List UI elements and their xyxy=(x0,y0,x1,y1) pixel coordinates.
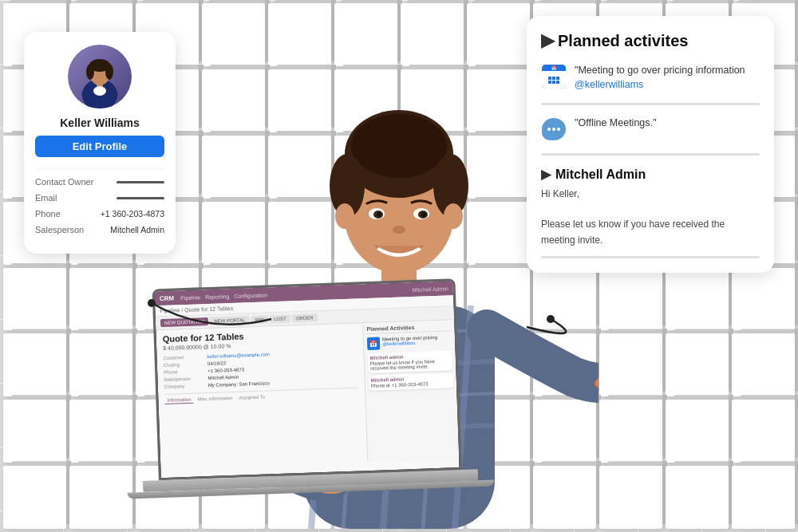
crm-cal-icon: 📅 xyxy=(367,337,381,350)
salesperson-value: Mitchell Admin xyxy=(110,225,164,234)
customer-label: Customer xyxy=(163,354,207,361)
contact-owner-label: Contact Owner xyxy=(35,177,93,187)
tile-83 xyxy=(732,400,795,463)
tile-69 xyxy=(599,333,662,396)
svg-point-28 xyxy=(359,114,439,162)
profile-field-email: Email xyxy=(35,193,164,203)
activity-divider-2 xyxy=(541,153,760,156)
mitchell-divider xyxy=(541,256,760,258)
activity-item-meeting: 📅 "Meeting to go over pricing informatio… xyxy=(541,64,760,92)
activities-title: ▶ Planned activites xyxy=(541,30,760,51)
crm-bottom-tab-other[interactable]: Assigned To xyxy=(236,393,267,401)
tile-61 xyxy=(69,333,132,396)
crm-nav: Pipeline Reporting Configuration xyxy=(180,292,267,301)
mitchell-section: ▶ Mitchell Admin Hi Keller, Please let u… xyxy=(541,167,760,258)
profile-field-phone: Phone +1 360-203-4873 xyxy=(35,209,164,219)
crm-logo: CRM xyxy=(160,294,175,302)
tile-84 xyxy=(3,466,66,529)
activity-offline-text: "Offline Meetings." xyxy=(575,116,656,131)
tile-57 xyxy=(599,268,662,331)
profile-field-contact-owner: Contact Owner xyxy=(35,177,164,187)
tile-5 xyxy=(334,3,397,66)
tile-3 xyxy=(202,3,265,66)
tile-95 xyxy=(732,466,795,529)
svg-point-33 xyxy=(377,212,381,217)
mitchell-greeting: Hi Keller, Please let us know if you hav… xyxy=(541,187,760,248)
tile-85 xyxy=(69,466,132,529)
crm-chat-msg-2: Mitchell admin Phone at +1 360-203-4873 xyxy=(369,372,454,391)
mitchell-arrow-icon: ▶ xyxy=(541,167,551,182)
tile-82 xyxy=(666,400,729,463)
svg-point-37 xyxy=(444,203,463,229)
tile-59 xyxy=(732,268,795,331)
closing-label: Closing xyxy=(164,361,207,368)
salesperson-label-crm: Salesperson xyxy=(164,376,207,382)
crm-activity-1-text: Meeting to go over pricing@kellerwilliam… xyxy=(382,335,437,346)
crm-nav-pipeline[interactable]: Pipeline xyxy=(180,294,200,301)
crm-nav-config[interactable]: Configuration xyxy=(234,292,267,298)
crm-bottom-tab-misc[interactable]: Misc Information xyxy=(195,395,235,404)
tile-81 xyxy=(599,400,662,463)
tile-4 xyxy=(268,3,331,66)
crm-bottom-tabs: Information Misc Information Assigned To xyxy=(164,387,358,404)
email-label: Email xyxy=(35,193,83,203)
svg-point-10 xyxy=(93,86,106,96)
activity-meeting-text: "Meeting to go over pricing information … xyxy=(575,64,745,92)
activities-arrow-icon: ▶ xyxy=(541,30,555,51)
tile-71 xyxy=(732,333,795,396)
tile-7 xyxy=(467,3,530,66)
crm-tab-new-portal[interactable]: NEW PORTAL xyxy=(210,316,249,325)
crm-right-sidebar: Planned Activities 📅 Meeting to go over … xyxy=(362,320,459,462)
crm-user: Mitchell Admin xyxy=(413,286,448,293)
profile-name: Keller Williams xyxy=(35,116,164,129)
tile-58 xyxy=(666,268,729,331)
avatar-image xyxy=(76,51,124,108)
mitchell-name: Mitchell Admin xyxy=(555,167,646,182)
crm-nav-reporting[interactable]: Reporting xyxy=(205,294,230,300)
crm-activity-1: 📅 Meeting to go over pricing@kellerwilli… xyxy=(367,334,452,350)
mitchell-header: ▶ Mitchell Admin xyxy=(541,167,760,182)
crm-quote-fields: Customer keller.williams@example.com Clo… xyxy=(163,349,358,388)
avatar-wrap xyxy=(35,45,164,108)
crm-chat-messages: Mitchell admin Please let us know if you… xyxy=(368,350,454,391)
crm-tab-win[interactable]: WIN xyxy=(251,315,268,324)
crm-tab-new-quotation[interactable]: NEW QUOTATION xyxy=(160,317,209,327)
avatar xyxy=(68,45,132,108)
crm-activities-header: Planned Activities xyxy=(366,323,451,334)
tile-60 xyxy=(3,333,66,396)
phone-value: +1 360-203-4873 xyxy=(101,209,164,219)
svg-point-36 xyxy=(335,203,354,229)
salesperson-label: Salesperson xyxy=(35,225,84,234)
svg-point-35 xyxy=(393,226,405,234)
email-bar xyxy=(117,197,164,199)
tile-6 xyxy=(401,3,464,66)
tile-94 xyxy=(666,466,729,529)
crm-content: Quote for 12 Tables $ 40,000.00000 @ 10.… xyxy=(156,320,459,469)
activities-card: ▶ Planned activites 📅 xyxy=(527,16,774,273)
chat-icon xyxy=(541,116,567,142)
svg-point-7 xyxy=(105,64,113,80)
activity-meeting-link[interactable]: @kellerwilliams xyxy=(575,79,643,90)
profile-field-salesperson: Salesperson Mitchell Admin xyxy=(35,225,164,234)
company-label-crm: Company xyxy=(164,383,208,389)
crm-chat-msg-1: Mitchell admin Please let us know if you… xyxy=(368,350,453,373)
contact-owner-bar xyxy=(117,181,164,183)
tile-48 xyxy=(3,268,66,331)
crm-tab-order[interactable]: ORDER xyxy=(292,313,318,322)
edit-profile-button[interactable]: Edit Profile xyxy=(35,136,164,157)
laptop-screen: CRM Pipeline Reporting Configuration Mit… xyxy=(152,278,462,480)
svg-point-34 xyxy=(421,212,426,217)
crm-tab-lost[interactable]: LOST xyxy=(270,314,290,323)
phone-label-crm: Phone xyxy=(164,368,207,375)
crm-ui: CRM Pipeline Reporting Configuration Mit… xyxy=(155,281,460,478)
tile-72 xyxy=(3,400,66,463)
calendar-icon: 📅 xyxy=(541,64,567,89)
crm-main-content: Quote for 12 Tables $ 40,000.00000 @ 10.… xyxy=(156,323,367,469)
phone-label: Phone xyxy=(35,209,83,219)
crm-bottom-tab-info[interactable]: Information xyxy=(164,396,193,404)
tile-73 xyxy=(69,400,132,463)
svg-point-6 xyxy=(86,64,94,80)
tile-49 xyxy=(69,268,132,331)
profile-card: Keller Williams Edit Profile Contact Own… xyxy=(24,32,176,254)
activity-divider-1 xyxy=(541,103,760,105)
